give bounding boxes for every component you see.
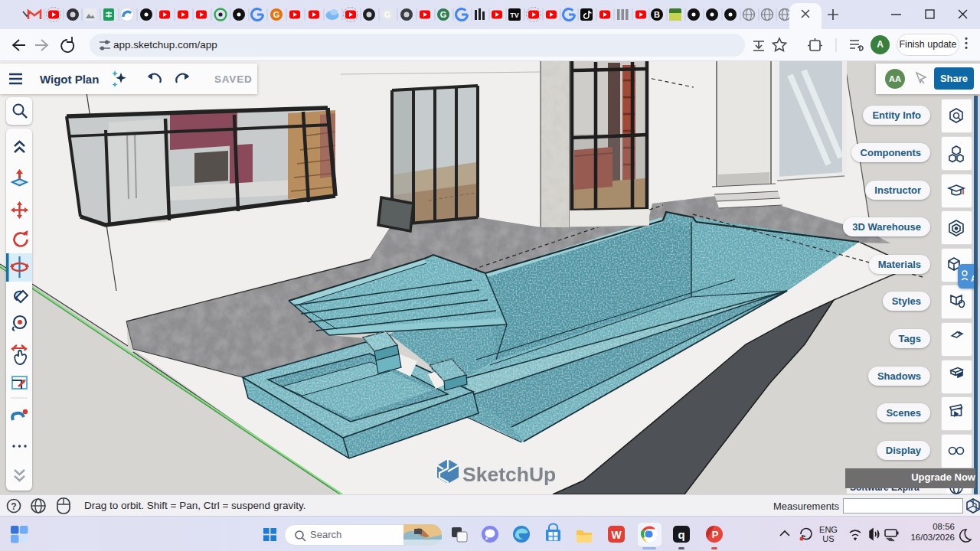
svg-text:Wigot Plan: Wigot Plan bbox=[40, 73, 99, 86]
svg-text:ENG: ENG bbox=[819, 525, 838, 534]
svg-text:G: G bbox=[273, 10, 280, 19]
svg-text:P: P bbox=[712, 529, 719, 540]
svg-text:SAVED: SAVED bbox=[214, 73, 253, 85]
svg-text:W: W bbox=[611, 529, 622, 541]
svg-text:SketchUp: SketchUp bbox=[462, 463, 556, 486]
svg-text:US: US bbox=[822, 534, 834, 543]
svg-text:B: B bbox=[654, 10, 660, 19]
svg-text:TV: TV bbox=[510, 11, 519, 19]
svg-text:G: G bbox=[384, 10, 391, 19]
svg-text:AA: AA bbox=[889, 74, 901, 83]
svg-text:G: G bbox=[440, 10, 447, 19]
svg-text:?: ? bbox=[11, 501, 16, 512]
svg-text:q: q bbox=[678, 528, 684, 541]
